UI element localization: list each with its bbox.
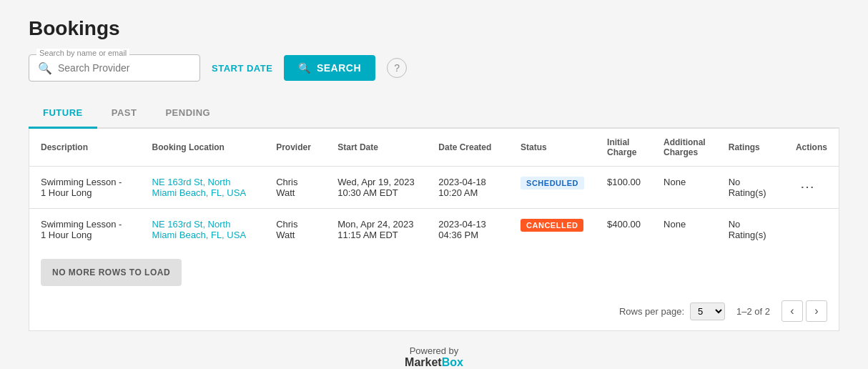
col-location: Booking Location bbox=[141, 129, 265, 167]
status-badge: SCHEDULED bbox=[521, 177, 584, 190]
brand-box-part: Box bbox=[442, 356, 463, 368]
rows-per-page-select[interactable]: 5 10 25 50 bbox=[690, 302, 725, 320]
cell-status: SCHEDULED bbox=[509, 167, 596, 209]
search-field-wrapper: Search by name or email 🔍 bbox=[29, 54, 200, 82]
col-description: Description bbox=[29, 129, 141, 167]
search-button-label: SEARCH bbox=[317, 62, 361, 74]
tabs: FUTURE PAST PENDING bbox=[29, 99, 839, 129]
cell-initial-charge: $100.00 bbox=[596, 167, 652, 209]
cell-additional-charges: None bbox=[652, 167, 717, 209]
cell-additional-charges: None bbox=[652, 209, 717, 251]
col-initial-charge: InitialCharge bbox=[596, 129, 652, 167]
next-page-button[interactable]: › bbox=[806, 300, 827, 322]
help-icon: ? bbox=[394, 62, 400, 74]
search-field-label: Search by name or email bbox=[36, 49, 129, 57]
cell-provider: Chris Watt bbox=[265, 209, 326, 251]
table-container: Description Booking Location Provider St… bbox=[29, 129, 839, 331]
pagination-info: 1–2 of 2 bbox=[736, 306, 770, 317]
table-header-row: Description Booking Location Provider St… bbox=[29, 129, 839, 167]
cell-initial-charge: $400.00 bbox=[596, 209, 652, 251]
cell-actions bbox=[784, 209, 839, 251]
cell-status: CANCELLED bbox=[509, 209, 596, 251]
cell-location: NE 163rd St, North Miami Beach, FL, USA bbox=[141, 209, 265, 251]
search-button[interactable]: 🔍 SEARCH bbox=[284, 55, 375, 81]
page-title: Bookings bbox=[29, 17, 839, 40]
cell-date-created: 2023-04-18 10:20 AM bbox=[427, 167, 509, 209]
col-start-date: Start Date bbox=[326, 129, 427, 167]
col-actions: Actions bbox=[784, 129, 839, 167]
location-link[interactable]: NE 163rd St, North Miami Beach, FL, USA bbox=[152, 177, 247, 198]
search-icon: 🔍 bbox=[38, 62, 52, 75]
search-button-icon: 🔍 bbox=[298, 62, 311, 74]
no-more-rows: NO MORE ROWS TO LOAD bbox=[29, 250, 839, 295]
col-ratings: Ratings bbox=[717, 129, 784, 167]
cell-location: NE 163rd St, North Miami Beach, FL, USA bbox=[141, 167, 265, 209]
rows-per-page-control: Rows per page: 5 10 25 50 bbox=[619, 302, 725, 320]
powered-by-footer: Powered by MarketBox bbox=[29, 331, 839, 369]
table-row: Swimming Lesson - 1 Hour Long NE 163rd S… bbox=[29, 209, 839, 251]
cell-description: Swimming Lesson - 1 Hour Long bbox=[29, 209, 141, 251]
pagination-buttons: ‹ › bbox=[781, 300, 827, 322]
powered-by-text: Powered by bbox=[29, 345, 839, 356]
col-additional-charges: AdditionalCharges bbox=[652, 129, 717, 167]
help-button[interactable]: ? bbox=[387, 58, 407, 78]
brand-market-part: Market bbox=[405, 356, 442, 368]
search-input[interactable] bbox=[58, 55, 191, 81]
status-badge: CANCELLED bbox=[521, 219, 583, 232]
prev-page-button[interactable]: ‹ bbox=[781, 300, 803, 322]
actions-menu-button[interactable]: ⋯ bbox=[796, 177, 819, 197]
rows-per-page-label: Rows per page: bbox=[619, 306, 684, 317]
tab-pending[interactable]: PENDING bbox=[151, 99, 225, 129]
table-row: Swimming Lesson - 1 Hour Long NE 163rd S… bbox=[29, 167, 839, 209]
table-footer: Rows per page: 5 10 25 50 1–2 of 2 ‹ › bbox=[29, 295, 839, 330]
col-date-created: Date Created bbox=[427, 129, 509, 167]
search-bar: Search by name or email 🔍 START DATE 🔍 S… bbox=[29, 54, 839, 82]
start-date-button[interactable]: START DATE bbox=[212, 63, 272, 74]
tab-future[interactable]: FUTURE bbox=[29, 99, 97, 129]
brand-logo: MarketBox bbox=[29, 356, 839, 369]
cell-start-date: Mon, Apr 24, 2023 11:15 AM EDT bbox=[326, 209, 427, 251]
tab-past[interactable]: PAST bbox=[97, 99, 152, 129]
actions-wrapper: ⋯ bbox=[796, 177, 819, 197]
no-more-rows-label: NO MORE ROWS TO LOAD bbox=[41, 259, 182, 286]
cell-start-date: Wed, Apr 19, 2023 10:30 AM EDT bbox=[326, 167, 427, 209]
cell-ratings: No Rating(s) bbox=[717, 209, 784, 251]
cell-provider: Chris Watt bbox=[265, 167, 326, 209]
cell-date-created: 2023-04-13 04:36 PM bbox=[427, 209, 509, 251]
col-provider: Provider bbox=[265, 129, 326, 167]
cell-ratings: No Rating(s) bbox=[717, 167, 784, 209]
cell-description: Swimming Lesson - 1 Hour Long bbox=[29, 167, 141, 209]
location-link[interactable]: NE 163rd St, North Miami Beach, FL, USA bbox=[152, 219, 247, 240]
bookings-table: Description Booking Location Provider St… bbox=[29, 129, 839, 250]
col-status: Status bbox=[509, 129, 596, 167]
cell-actions: ⋯ bbox=[784, 167, 839, 209]
